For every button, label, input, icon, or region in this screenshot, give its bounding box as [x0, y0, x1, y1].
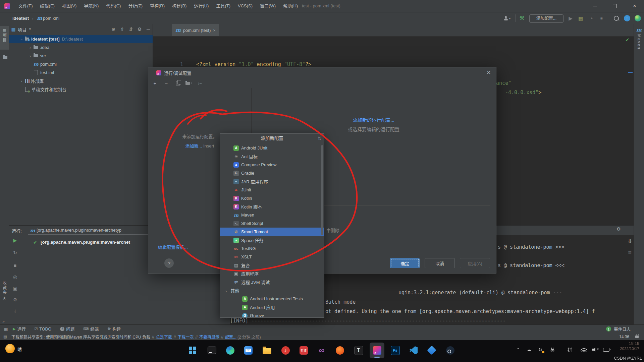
battery-icon[interactable]	[602, 345, 610, 354]
help-button[interactable]: ?	[164, 258, 174, 268]
add-configuration-button[interactable]: 添加配置...	[529, 14, 564, 23]
popup-group-other[interactable]: ⌄其他	[220, 286, 324, 295]
tree-item-src[interactable]: ›src	[9, 52, 171, 60]
softwrap-icon[interactable]: ⇊	[628, 238, 632, 244]
sort-icon[interactable]: ↓az	[196, 79, 204, 87]
gear-icon[interactable]: ⚙	[135, 26, 144, 32]
menu-item-13[interactable]: 帮助(H)	[279, 3, 302, 8]
close-button[interactable]: ×	[626, 0, 643, 12]
sync-icon[interactable]: ↻	[536, 345, 545, 354]
volume-muted-icon[interactable]: ×	[591, 345, 600, 354]
blue-app-icon[interactable]	[424, 343, 439, 358]
chevron-down-icon[interactable]: ▼	[29, 27, 32, 31]
tool-tab-todo[interactable]: ☑TODO	[34, 326, 51, 332]
menu-item-6[interactable]: 分析(Z)	[124, 3, 146, 8]
search-icon[interactable]	[612, 12, 621, 24]
settings-icon[interactable]: ⚙	[9, 296, 21, 303]
menu-item-12[interactable]: 窗口(W)	[256, 3, 279, 8]
expand-all-icon[interactable]: ⇳	[118, 26, 126, 32]
tree-item-project-root[interactable]: ⌄ideatest [test] D:\ideatest	[9, 35, 163, 43]
status-link[interactable]: 下载一次	[177, 335, 194, 340]
tool-windows-icon[interactable]: ▦	[4, 327, 9, 331]
add-new-link[interactable]: 添加新...	[185, 143, 202, 148]
maximize-button[interactable]	[606, 0, 623, 12]
popup-item-ant-target[interactable]: ✳Ant 目标	[220, 152, 324, 161]
edit-templates-link[interactable]: 编辑配置模板...	[158, 244, 188, 250]
inspections-ok-icon[interactable]: ✔	[625, 37, 630, 43]
stripe-more-icon[interactable]: »	[2, 319, 5, 324]
editor-tab-pom[interactable]: m pom.xml (test) ×	[172, 24, 219, 36]
profiler-icon[interactable]: ▦	[576, 12, 585, 24]
status-link[interactable]: 配置...	[225, 335, 236, 340]
youdao-icon[interactable]: 有道	[296, 343, 311, 358]
popup-item-jar-application[interactable]: ≡JAR 应用程序	[220, 177, 324, 186]
hide-icon[interactable]: ─	[627, 226, 631, 232]
tray-chevron-icon[interactable]: ⌃	[514, 345, 523, 354]
popup-item-xslt[interactable]: XSXSLT	[220, 253, 324, 261]
add-icon[interactable]: +	[151, 79, 159, 87]
copy-icon[interactable]	[174, 79, 182, 87]
stripe-tab-favorites[interactable]: 收藏夹 ★	[0, 281, 9, 318]
tree-item-scratches[interactable]: 草稿文件和控制台	[9, 85, 163, 94]
new-folder-icon[interactable]: +	[184, 79, 193, 87]
tool-tab-build[interactable]: ⚒构建	[107, 326, 121, 332]
menu-item-11[interactable]: VCS(S)	[234, 3, 256, 8]
menu-item-10[interactable]: 工具(T)	[212, 3, 234, 8]
weather-icon[interactable]	[5, 344, 15, 353]
run-tab-title[interactable]: [org.apache.maven.plugins:maven-archetyp	[37, 228, 121, 233]
breadcrumb-file[interactable]: pom.xml	[43, 12, 59, 24]
cancel-button[interactable]: 取消	[425, 258, 455, 268]
mail-icon[interactable]	[241, 343, 256, 358]
visual-studio-icon[interactable]: ∞	[314, 343, 329, 358]
stripe-tab-maven[interactable]: m Maven	[634, 27, 644, 64]
popup-item-kotlin[interactable]: KKotlin	[220, 194, 324, 202]
stripe-folder-icon[interactable]	[2, 54, 9, 60]
coverage-icon[interactable]: ◔	[587, 12, 596, 24]
ime-en-icon[interactable]: 英	[548, 345, 557, 354]
hide-panel-icon[interactable]: ─	[144, 26, 153, 32]
popup-item-shell-script[interactable]: >_Shell Script	[220, 219, 324, 228]
popup-item-gradle[interactable]: GGradle	[220, 169, 324, 177]
menu-item-9[interactable]: 运行(U)	[190, 3, 212, 8]
popup-item-groovy[interactable]: GGroovy	[220, 311, 324, 318]
plugin-sphere-icon[interactable]	[633, 12, 642, 24]
netease-music-icon[interactable]: ♪	[278, 343, 293, 358]
user-icon[interactable]: ▾	[501, 12, 513, 24]
menu-item-3[interactable]: 视图(V)	[58, 3, 80, 8]
tool-tab-terminal[interactable]: ⌨终端	[83, 326, 99, 332]
menu-item-2[interactable]: 编辑(E)	[37, 3, 58, 8]
steam-icon[interactable]	[443, 343, 458, 358]
typora-icon[interactable]: T	[351, 343, 366, 358]
dialog-close-icon[interactable]: ✕	[484, 69, 494, 77]
photoshop-icon[interactable]: Ps	[388, 343, 402, 358]
snapshot-icon[interactable]: ▣	[9, 285, 21, 292]
status-grid-icon[interactable]: ▤	[3, 335, 8, 339]
popup-filter-icon[interactable]: ⇅	[318, 136, 321, 141]
restart-icon[interactable]: ↻	[9, 249, 21, 256]
minimize-button[interactable]	[587, 0, 603, 12]
popup-scrollbar[interactable]	[321, 145, 323, 235]
run-tree-item[interactable]: [org.apache.maven.plugins:maven-archet	[41, 240, 130, 245]
locate-icon[interactable]: ⊕	[109, 26, 118, 32]
status-link[interactable]: 不要再显示	[199, 335, 219, 340]
terminal-app-icon[interactable]	[205, 343, 219, 358]
file-explorer-icon[interactable]	[260, 343, 274, 358]
tree-item-pom[interactable]: mpom.xml	[9, 60, 171, 68]
red-app-icon[interactable]	[332, 343, 347, 358]
popup-item-testng[interactable]: NGTestNG	[220, 244, 324, 253]
scroll-end-icon[interactable]: ≣	[628, 250, 632, 255]
run-icon[interactable]: ▶	[566, 12, 575, 24]
ok-button[interactable]: 确定	[390, 258, 420, 268]
event-log-link[interactable]: 事件日志	[614, 326, 631, 332]
build-hammer-icon[interactable]: ⚒	[518, 12, 526, 24]
stop-icon[interactable]: ■	[9, 262, 21, 269]
wifi-icon[interactable]	[580, 345, 588, 354]
collapse-all-icon[interactable]: ⇵	[126, 26, 135, 32]
update-icon[interactable]: ↑	[623, 12, 631, 24]
tree-item-idea[interactable]: ›.idea	[9, 43, 171, 52]
popup-item-compose-preview[interactable]: ◆Compose Preview	[220, 161, 324, 169]
popup-item-compound[interactable]: ▤复合	[220, 261, 324, 269]
vscode-icon[interactable]	[406, 343, 421, 358]
popup-item-space-task[interactable]: ▲Space 任务	[220, 236, 324, 244]
popup-item-android-app[interactable]: AAndroid 应用	[220, 303, 324, 311]
